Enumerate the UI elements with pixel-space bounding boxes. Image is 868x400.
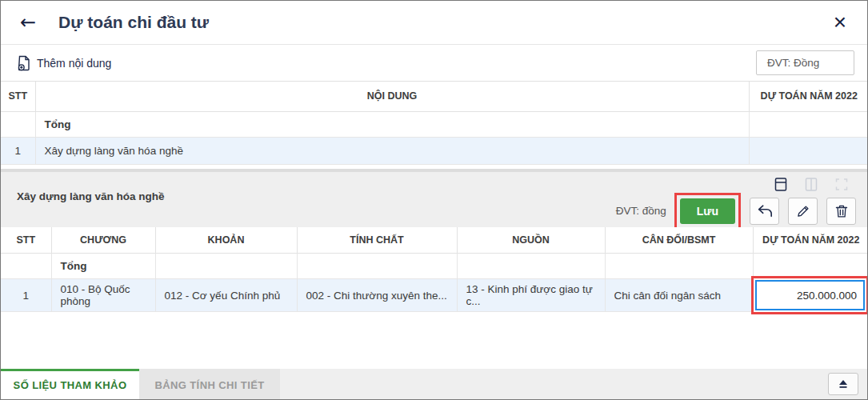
- summary-header-row: STT NỘI DUNG DỰ TOÁN NĂM 2022: [1, 82, 868, 111]
- collapse-panel-button[interactable]: [828, 373, 858, 395]
- save-annotation-box: Lưu: [674, 193, 741, 230]
- summary-col-dutoan: DỰ TOÁN NĂM 2022: [749, 82, 868, 111]
- detail-total-candoi: [605, 254, 753, 279]
- detail-col-tinhchat: TÍNH CHẤT: [297, 227, 457, 254]
- pencil-icon: [796, 204, 810, 218]
- edit-button[interactable]: [788, 198, 818, 225]
- dialog-window: ← Dự toán chi đầu tư × Thêm nội dung ĐVT…: [0, 0, 868, 400]
- summary-row-content: Xây dựng làng văn hóa nghề: [35, 137, 749, 164]
- summary-table: STT NỘI DUNG DỰ TOÁN NĂM 2022 Tổng 1 Xây…: [1, 82, 868, 165]
- split-horizontal-icon[interactable]: [774, 178, 787, 191]
- summary-total-value: [749, 111, 868, 137]
- detail-row-khoan[interactable]: 012 - Cơ yếu Chính phủ: [155, 279, 297, 312]
- detail-row-dutoan-cell: [753, 279, 868, 312]
- unit-display-box: ĐVT: Đồng: [756, 50, 854, 75]
- detail-total-row[interactable]: Tổng: [1, 254, 868, 279]
- page-title: Dự toán chi đầu tư: [58, 13, 209, 32]
- tab-bang-tinh-chi-tiet[interactable]: BẢNG TÍNH CHI TIẾT: [139, 369, 280, 399]
- detail-col-candoi: CÂN ĐỐI/BSMT: [605, 227, 753, 254]
- detail-total-tinhchat: [297, 254, 457, 279]
- layout-switcher: [774, 178, 848, 191]
- tab-so-lieu-tham-khao[interactable]: SỐ LIỆU THAM KHẢO: [1, 369, 139, 399]
- add-document-icon: [17, 55, 31, 71]
- detail-unit-label: ĐVT: đồng: [616, 205, 666, 217]
- back-arrow-icon[interactable]: ←: [20, 13, 36, 32]
- detail-total-stt: [1, 254, 51, 279]
- summary-data-row[interactable]: 1 Xây dựng làng văn hóa nghề: [1, 137, 868, 164]
- detail-col-khoan: KHOẢN: [155, 227, 297, 254]
- detail-col-dutoan: DỰ TOÁN NĂM 2022: [753, 227, 868, 254]
- fullscreen-icon[interactable]: [835, 178, 848, 191]
- detail-row-chuong[interactable]: 010 - Bộ Quốc phòng: [51, 279, 155, 312]
- detail-row-stt: 1: [1, 279, 51, 312]
- detail-actions: ĐVT: đồng Lưu: [616, 193, 856, 230]
- summary-col-stt: STT: [1, 82, 35, 111]
- undo-button[interactable]: [750, 198, 779, 225]
- summary-col-noidung: NỘI DUNG: [35, 82, 749, 111]
- summary-total-label: Tổng: [35, 111, 749, 137]
- detail-panel-header: Xây dựng làng văn hóa nghề: [1, 172, 867, 227]
- add-content-button[interactable]: Thêm nội dung: [17, 55, 111, 71]
- detail-col-nguon: NGUỒN: [457, 227, 605, 254]
- detail-panel-title: Xây dựng làng văn hóa nghề: [17, 190, 165, 202]
- summary-total-stt: [1, 111, 35, 137]
- detail-row-candoi[interactable]: Chi cân đối ngân sách: [605, 279, 753, 312]
- detail-col-stt: STT: [1, 227, 51, 254]
- detail-data-row[interactable]: 1 010 - Bộ Quốc phòng 012 - Cơ yếu Chính…: [1, 279, 868, 312]
- summary-row-stt: 1: [1, 137, 35, 164]
- close-icon[interactable]: ×: [834, 11, 846, 34]
- detail-total-value: [753, 254, 868, 279]
- summary-total-row[interactable]: Tổng: [1, 111, 868, 137]
- split-vertical-icon[interactable]: [805, 178, 818, 191]
- detail-total-khoan: [155, 254, 297, 279]
- detail-row-tinhchat[interactable]: 002 - Chi thường xuyên the...: [297, 279, 457, 312]
- trash-icon: [834, 204, 849, 218]
- amount-input[interactable]: [755, 280, 866, 310]
- detail-total-nguon: [457, 254, 605, 279]
- toolbar: Thêm nội dung ĐVT: Đồng: [1, 45, 867, 82]
- detail-table: STT CHƯƠNG KHOẢN TÍNH CHẤT NGUỒN CÂN ĐỐI…: [1, 227, 868, 313]
- detail-col-chuong: CHƯƠNG: [51, 227, 155, 254]
- add-content-label: Thêm nội dung: [37, 57, 111, 70]
- save-button[interactable]: Lưu: [680, 198, 735, 224]
- delete-button[interactable]: [826, 198, 856, 225]
- undo-icon: [757, 204, 773, 218]
- collapse-up-icon: [838, 379, 849, 389]
- empty-area: [1, 312, 867, 369]
- detail-header-row: STT CHƯƠNG KHOẢN TÍNH CHẤT NGUỒN CÂN ĐỐI…: [1, 227, 868, 254]
- amount-annotation-box: [751, 276, 868, 314]
- detail-row-nguon[interactable]: 13 - Kinh phí được giao tự c...: [457, 279, 605, 312]
- dialog-header: ← Dự toán chi đầu tư ×: [1, 1, 867, 45]
- detail-total-label: Tổng: [51, 254, 155, 279]
- footer-tab-bar: SỐ LIỆU THAM KHẢO BẢNG TÍNH CHI TIẾT: [1, 369, 867, 399]
- summary-row-value: [749, 137, 868, 164]
